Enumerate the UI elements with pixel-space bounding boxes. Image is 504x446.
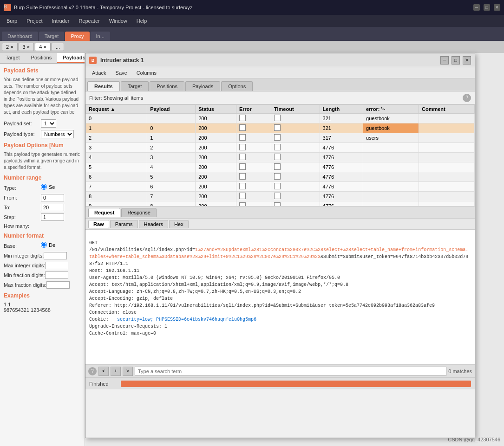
search-next-button[interactable]: > xyxy=(123,367,133,376)
payload-set-select[interactable]: 1 xyxy=(41,119,56,128)
menu-burp[interactable]: Burp xyxy=(2,17,22,25)
intruder-minimize[interactable]: ─ xyxy=(440,56,449,65)
type-radio-input[interactable] xyxy=(41,184,47,190)
menu-bar: Burp Project Intruder Repeater Window He… xyxy=(0,15,504,27)
payload-type-row: Payload type: Numbers xyxy=(4,130,81,138)
cell-comment xyxy=(419,133,475,143)
table-row[interactable]: 1 0 200 321 guestbook xyxy=(86,123,475,133)
intruder-tab-payloads[interactable]: Payloads xyxy=(185,81,220,91)
req-encoding: Accept-Encoding: gzip, deflate xyxy=(89,296,173,301)
col-error[interactable]: Error xyxy=(236,105,271,114)
cell-error-tilde xyxy=(363,162,419,172)
col-length[interactable]: Length xyxy=(320,105,363,114)
step-row: Step: xyxy=(4,213,81,221)
intruder-menu-columns[interactable]: Columns xyxy=(133,69,160,77)
max-frac-row: Max fraction digits: xyxy=(4,281,81,289)
search-matches: 0 matches xyxy=(448,368,472,374)
max-frac-input[interactable] xyxy=(46,281,70,289)
search-prev-button[interactable]: < xyxy=(98,367,109,376)
cell-payload: 2 xyxy=(147,143,196,153)
table-row[interactable]: 4 3 200 4776 xyxy=(86,153,475,162)
left-tab-payloads[interactable]: Payloads xyxy=(57,53,85,63)
sub-tab-raw[interactable]: Raw xyxy=(88,220,109,228)
minimize-button[interactable]: ─ xyxy=(473,4,480,11)
menu-intruder[interactable]: Intruder xyxy=(47,17,74,25)
table-row[interactable]: 9 8 200 4776 xyxy=(86,201,475,207)
cell-request: 4 xyxy=(86,153,147,162)
tab-proxy[interactable]: Proxy xyxy=(65,32,89,41)
intruder-tab-positions[interactable]: Positions xyxy=(150,81,184,91)
intruder-tab-results[interactable]: Results xyxy=(87,81,120,91)
cell-payload: 1 xyxy=(147,133,196,143)
maximize-button[interactable]: □ xyxy=(484,4,490,11)
payload-type-select[interactable]: Numbers xyxy=(41,130,74,138)
col-error-tilde[interactable]: error: '~ xyxy=(363,105,419,114)
table-row[interactable]: 6 5 200 4776 xyxy=(86,172,475,182)
col-comment[interactable]: Comment xyxy=(419,105,475,114)
to-input[interactable] xyxy=(41,204,64,211)
table-row[interactable]: 8 7 200 4776 xyxy=(86,192,475,201)
cell-error-tilde xyxy=(363,192,419,201)
cell-comment xyxy=(419,114,475,123)
table-row[interactable]: 5 4 200 4776 xyxy=(86,162,475,172)
intruder-tabs: Results Target Positions Payloads Option… xyxy=(85,78,475,91)
window-controls: ─ □ ✕ xyxy=(473,4,500,11)
sub-tab-params[interactable]: Params xyxy=(110,220,138,228)
cell-status: 200 xyxy=(196,133,236,143)
tab-target[interactable]: Target xyxy=(39,32,65,41)
search-add-button[interactable]: + xyxy=(111,367,121,376)
col-timeout[interactable]: Timeout xyxy=(271,105,320,114)
left-tab-positions[interactable]: Positions xyxy=(26,53,58,63)
table-row[interactable]: 2 1 200 317 users xyxy=(86,133,475,143)
min-int-input[interactable] xyxy=(44,252,67,259)
req-tab-response[interactable]: Response xyxy=(121,208,157,217)
intruder-menu-save[interactable]: Save xyxy=(112,69,131,77)
step-label: Step: xyxy=(4,214,41,220)
tab-dashboard[interactable]: Dashboard xyxy=(2,32,38,41)
num-tab-3[interactable]: 3 × xyxy=(19,43,34,51)
col-payload[interactable]: Payload xyxy=(147,105,196,114)
intruder-tab-options[interactable]: Options xyxy=(221,81,253,91)
req-tab-request[interactable]: Request xyxy=(88,208,120,217)
req-ua: User-Agent: Mozilla/5.0 (Windows NT 10.0… xyxy=(89,275,340,280)
how-many-label: How many: xyxy=(4,223,41,229)
intruder-close[interactable]: ✕ xyxy=(463,56,471,65)
sub-tab-headers[interactable]: Headers xyxy=(139,220,169,228)
min-frac-input[interactable] xyxy=(45,271,68,279)
tab-intruder[interactable]: In... xyxy=(91,32,110,41)
filter-bar: Filter: Showing all items ? xyxy=(85,91,475,104)
menu-help[interactable]: Help xyxy=(132,17,152,25)
step-input[interactable] xyxy=(41,213,64,221)
intruder-maximize[interactable]: □ xyxy=(452,56,460,65)
min-int-label: Min integer digits: xyxy=(4,253,44,259)
search-input[interactable] xyxy=(135,367,446,376)
base-radio-input[interactable] xyxy=(41,242,47,248)
menu-project[interactable]: Project xyxy=(22,17,47,25)
table-row[interactable]: 0 200 321 guestbook xyxy=(86,114,475,123)
sub-tab-hex[interactable]: Hex xyxy=(169,220,189,228)
from-input[interactable] xyxy=(41,194,64,201)
min-int-row: Min integer digits: xyxy=(4,252,81,259)
cell-status: 200 xyxy=(196,143,236,153)
req-referer: Referer: http://192.168.1.11/01/vulnerab… xyxy=(89,303,435,308)
left-tab-target[interactable]: Target xyxy=(0,53,26,63)
table-row[interactable]: 7 6 200 4776 xyxy=(86,182,475,192)
max-int-input[interactable] xyxy=(45,262,68,269)
cell-request: 9 xyxy=(86,201,147,207)
cell-payload: 4 xyxy=(147,162,196,172)
close-button[interactable]: ✕ xyxy=(494,4,500,11)
num-tab-4[interactable]: 4 × xyxy=(35,43,51,51)
intruder-tab-target[interactable]: Target xyxy=(121,81,149,91)
intruder-menu-attack[interactable]: Attack xyxy=(88,69,110,77)
search-help-button[interactable]: ? xyxy=(88,367,97,375)
payload-sets-desc: You can define one or more payload sets.… xyxy=(4,77,81,116)
num-tab-more[interactable]: ... xyxy=(52,43,64,51)
col-status[interactable]: Status xyxy=(196,105,236,114)
cell-comment xyxy=(419,143,475,153)
menu-window[interactable]: Window xyxy=(105,17,132,25)
col-request[interactable]: Request ▲ xyxy=(86,105,147,114)
filter-help-button[interactable]: ? xyxy=(463,94,471,102)
table-row[interactable]: 3 2 200 4776 xyxy=(86,143,475,153)
menu-repeater[interactable]: Repeater xyxy=(74,17,104,25)
num-tab-2[interactable]: 2 × xyxy=(2,43,18,51)
